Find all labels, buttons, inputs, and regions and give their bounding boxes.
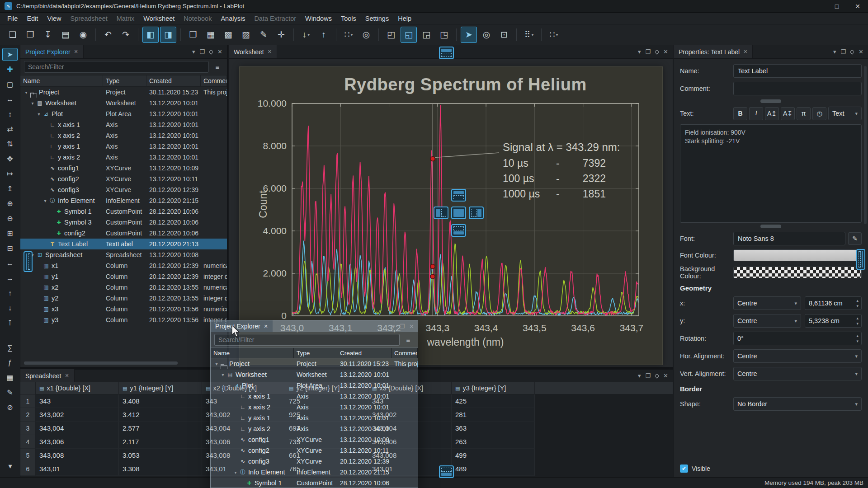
menu-matrix[interactable]: Matrix: [112, 14, 139, 23]
shift-down-y-tool[interactable]: ↓: [2, 301, 18, 314]
tree-item-y-axis-2[interactable]: ∟y axis 2Axis13.12.2020 10:01: [20, 152, 227, 163]
menu-view[interactable]: View: [42, 14, 66, 23]
menu-worksheet[interactable]: Worksheet: [139, 14, 179, 23]
tree-item-project[interactable]: ▾ProjectProject30.11.2020 15:23This proj…: [20, 87, 227, 98]
zone-mode-button[interactable]: ∷▾: [546, 27, 562, 43]
menu-file[interactable]: File: [3, 14, 22, 23]
info-element-marker-3[interactable]: [430, 274, 435, 279]
drop-indicator-outer-right[interactable]: [856, 249, 865, 270]
menu-windows[interactable]: Windows: [301, 14, 336, 23]
cell-r2-c2[interactable]: 3.412: [119, 408, 202, 422]
dock-menu-button[interactable]: ▾: [638, 48, 641, 55]
tree-item-y2[interactable]: ▥y2Column20.12.2020 13:55integer da: [20, 293, 227, 304]
cell-r4-c2[interactable]: 2.117: [119, 435, 202, 449]
expander-icon[interactable]: ▾: [36, 112, 42, 117]
new-notebook-button[interactable]: ✎: [255, 27, 272, 43]
dock-menu-button[interactable]: ▾: [392, 323, 395, 330]
dock-close-button[interactable]: ✕: [409, 323, 414, 330]
close-button[interactable]: ✕: [847, 0, 868, 12]
redo-button[interactable]: ↷: [118, 27, 134, 43]
column-header-6[interactable]: ▤y3 {Integer} [Y]: [452, 382, 535, 394]
corner-header[interactable]: [20, 382, 36, 394]
cell-r5-c2[interactable]: 3.053: [119, 449, 202, 462]
expander-icon[interactable]: ▾: [226, 383, 232, 388]
auto-scale-tool[interactable]: ✥: [2, 152, 18, 165]
column-header-type[interactable]: Type: [103, 75, 146, 86]
dock-close-button[interactable]: ✕: [859, 48, 863, 55]
floating-title-bar[interactable]: Project Explorer ✕ ▾❐✕: [211, 320, 418, 332]
column-header-1[interactable]: ▤x1 {Double} [X]: [36, 382, 119, 394]
tree-item-y1[interactable]: ▥y1Column20.12.2020 12:39integer da: [20, 271, 227, 282]
save-project-button[interactable]: ↧: [40, 27, 56, 43]
superscript-button[interactable]: A↥: [765, 107, 779, 120]
layout-left-button[interactable]: ◰: [383, 27, 399, 43]
dock-close-button[interactable]: ✕: [217, 48, 222, 55]
tree-item-x-axis-1[interactable]: ∟x axis 1Axis13.12.2020 10:01: [211, 391, 418, 402]
italic-button[interactable]: I: [749, 107, 763, 120]
fit-width-button[interactable]: ◨: [160, 27, 176, 43]
insert-datetime-button[interactable]: ◷: [812, 107, 826, 120]
menu-analysis[interactable]: Analysis: [216, 14, 250, 23]
tree-item-symbol-3[interactable]: ✚Symbol 3CustomPoint28.12.2020 10:06: [20, 217, 227, 228]
x-offset-spinbox[interactable]: 8,61136 cm ▴▾: [805, 296, 862, 310]
filter-options-button[interactable]: ≡: [402, 334, 414, 346]
cell-r5-c1[interactable]: 343,008: [36, 449, 119, 462]
vertical-scrollbar[interactable]: [864, 66, 867, 224]
tree-item-y-axis-1[interactable]: ∟y axis 1Axis13.12.2020 10:01: [20, 141, 227, 152]
tree-item-symbol-1[interactable]: ✚Symbol 1CustomPoint28.12.2020 10:06: [20, 206, 227, 217]
border-shape-select[interactable]: No Border▾: [733, 397, 862, 411]
cell-r6-c2[interactable]: 3.308: [119, 462, 202, 476]
maximize-button[interactable]: □: [826, 0, 847, 12]
crosshair-mode-button[interactable]: ◎: [478, 27, 495, 43]
menu-spreadsheet[interactable]: Spreadsheet: [66, 14, 112, 23]
cell-r4-c1[interactable]: 343,006: [36, 435, 119, 449]
sum-tool[interactable]: ∑: [2, 341, 18, 354]
new-matrix-button[interactable]: ▩: [220, 27, 236, 43]
grid-tool[interactable]: ▦: [2, 371, 18, 384]
tree-item-text-label[interactable]: TText LabelTextLabel20.12.2020 21:13: [20, 239, 227, 249]
cell-r5-c6[interactable]: 499: [452, 449, 535, 462]
dock-pin-button[interactable]: [209, 50, 213, 54]
rotation-spinbox[interactable]: 0° ▴▾: [733, 332, 862, 345]
expander-icon[interactable]: ▾: [220, 372, 226, 377]
column-header-name[interactable]: Name: [20, 75, 103, 86]
cursor-tool[interactable]: ⊺: [2, 316, 18, 329]
expander-icon[interactable]: ▾: [29, 101, 36, 106]
tree-item-config1[interactable]: ∿config1XYCurve13.12.2020 10:09: [211, 434, 418, 445]
dock-menu-button[interactable]: ▾: [833, 48, 836, 55]
background-colour-swatch[interactable]: [733, 267, 862, 278]
expander-icon[interactable]: ▾: [42, 198, 48, 203]
drop-indicator-bottom[interactable]: [451, 224, 466, 237]
dock-float-button[interactable]: ❐: [840, 48, 846, 55]
dock-float-button[interactable]: ❐: [199, 48, 205, 55]
bold-button[interactable]: B: [733, 107, 747, 120]
drop-indicator-outer-top[interactable]: [439, 47, 454, 59]
row-number[interactable]: 6: [20, 462, 36, 476]
tree-item-config2[interactable]: ✚config2CustomPoint28.12.2020 10:06: [20, 228, 227, 239]
dock-pin-button[interactable]: [655, 50, 659, 54]
floating-project-explorer[interactable]: Project Explorer ✕ ▾❐✕ ≡ NameTypeCreated…: [210, 320, 418, 488]
tab-close-icon[interactable]: ✕: [264, 324, 268, 329]
box-select-button[interactable]: ∷▾: [340, 27, 357, 43]
curve-config2-100us[interactable]: [292, 241, 638, 315]
column-header-2[interactable]: ▤y1 {Integer} [Y]: [119, 382, 202, 394]
tree-item-worksheet[interactable]: ▾▤WorksheetWorksheet13.12.2020 10:01: [20, 98, 227, 108]
function-tool[interactable]: ƒ: [2, 356, 18, 369]
tree-item-config2[interactable]: ∿config2XYCurve13.12.2020 10:11: [20, 174, 227, 184]
shift-y-tool[interactable]: ⇅: [2, 137, 18, 150]
dock-float-button[interactable]: ❐: [645, 372, 651, 379]
shift-left-x-tool[interactable]: ←: [2, 257, 18, 270]
import-data-button[interactable]: ↓▾: [298, 27, 314, 43]
edit-tool[interactable]: ✎: [2, 386, 18, 399]
tree-item-y-axis-2[interactable]: ∟y axis 2Axis13.12.2020 10:01: [211, 423, 418, 434]
magnify-button[interactable]: ◎: [358, 27, 374, 43]
cell-r6-c6[interactable]: 489: [452, 462, 535, 476]
zoom-y-select-tool[interactable]: ↕: [2, 108, 18, 121]
label-text-editor[interactable]: Field ionisation: 900V Stark splitting: …: [680, 124, 862, 223]
font-picker-button[interactable]: ✎: [848, 232, 862, 245]
tree-item-y-axis-1[interactable]: ∟y axis 1Axis13.12.2020 10:01: [211, 413, 418, 423]
tab-project-explorer[interactable]: Project Explorer ✕: [20, 45, 84, 58]
text-mode-select[interactable]: Text ▾: [828, 107, 862, 120]
layout-split-button[interactable]: ◱: [401, 27, 417, 43]
row-number[interactable]: 3: [20, 422, 36, 435]
